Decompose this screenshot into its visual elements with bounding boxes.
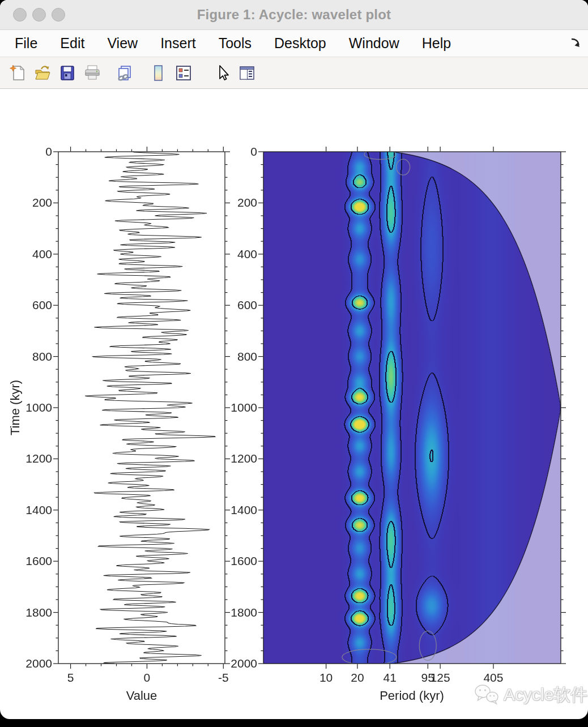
new-document-icon bbox=[8, 64, 27, 82]
link-plot-button[interactable] bbox=[112, 60, 137, 86]
print-figure-button[interactable] bbox=[80, 60, 105, 86]
open-folder-icon bbox=[33, 64, 52, 82]
figure-window: Figure 1: Acycle: wavelet plot FileEditV… bbox=[0, 0, 588, 719]
traffic-lights bbox=[13, 8, 65, 22]
right-plot-ytick-2000: 2000 bbox=[216, 656, 257, 671]
insert-colorbar-button[interactable] bbox=[146, 60, 171, 86]
left-plot-ytick-1600: 1600 bbox=[11, 554, 52, 568]
right-plot-ytick-1800: 1800 bbox=[216, 605, 257, 620]
right-plot-ytick-200: 200 bbox=[216, 195, 257, 210]
left-plot-ytick-200: 200 bbox=[11, 195, 52, 210]
dock-figure-icon[interactable] bbox=[570, 37, 581, 49]
left-plot-ytick-400: 400 bbox=[11, 247, 52, 262]
right-plot-ytick-1400: 1400 bbox=[216, 503, 257, 518]
title-bar[interactable]: Figure 1: Acycle: wavelet plot bbox=[0, 0, 588, 30]
right-plot-ytick-1600: 1600 bbox=[216, 554, 257, 568]
left-plot-xtick-0: 0 bbox=[124, 670, 169, 685]
left-plot-ytick-1400: 1400 bbox=[11, 503, 52, 518]
right-plot-xtick-10: 10 bbox=[304, 670, 349, 685]
right-plot-ytick-600: 600 bbox=[216, 298, 257, 313]
watermark: Acycle软件 bbox=[474, 683, 587, 707]
save-figure-button[interactable] bbox=[55, 60, 80, 86]
menu-edit[interactable]: Edit bbox=[49, 30, 96, 57]
minimize-button[interactable] bbox=[32, 8, 46, 22]
wavelet-heatmap bbox=[263, 152, 561, 664]
left-plot-ytick-600: 600 bbox=[11, 298, 52, 313]
menu-file[interactable]: File bbox=[3, 30, 49, 57]
open-file-button[interactable] bbox=[30, 60, 55, 86]
right-plot-xtick-125: 125 bbox=[417, 670, 463, 685]
menu-window[interactable]: Window bbox=[338, 30, 411, 57]
left-plot-ytick-1000: 1000 bbox=[11, 400, 52, 415]
zoom-button[interactable] bbox=[52, 8, 65, 22]
menu-view[interactable]: View bbox=[96, 30, 149, 57]
link-icon bbox=[116, 64, 134, 82]
menu-desktop[interactable]: Desktop bbox=[263, 30, 338, 57]
menu-tools[interactable]: Tools bbox=[207, 30, 263, 57]
toolbar bbox=[0, 57, 588, 89]
right-plot-ytick-1000: 1000 bbox=[216, 400, 257, 415]
edit-plot-button[interactable] bbox=[210, 60, 235, 86]
window-title: Figure 1: Acycle: wavelet plot bbox=[197, 7, 391, 23]
left-plot-xtick--5: -5 bbox=[201, 670, 246, 685]
left-plot-ytick-1800: 1800 bbox=[11, 605, 52, 620]
plot-browser-icon bbox=[238, 64, 256, 82]
new-figure-button[interactable] bbox=[5, 60, 30, 86]
right-plot-xtick-41: 41 bbox=[367, 670, 412, 685]
printer-icon bbox=[83, 64, 101, 82]
insert-legend-button[interactable] bbox=[171, 60, 196, 86]
time-series-line bbox=[85, 152, 215, 664]
plot-browser-button[interactable] bbox=[235, 60, 259, 86]
watermark-text: Acycle软件 bbox=[504, 683, 587, 707]
right-plot-xtick-95: 95 bbox=[405, 670, 450, 685]
menu-insert[interactable]: Insert bbox=[149, 30, 207, 57]
x-axis-label-period: Period (kyr) bbox=[378, 688, 446, 703]
right-plot-ytick-800: 800 bbox=[216, 349, 257, 364]
wechat-icon bbox=[474, 683, 500, 707]
left-plot-xtick-5: 5 bbox=[48, 670, 93, 685]
left-plot-ytick-800: 800 bbox=[11, 349, 52, 364]
legend-icon bbox=[174, 64, 193, 82]
save-floppy-icon bbox=[58, 64, 76, 82]
x-axis-label-value: Value bbox=[108, 688, 176, 703]
menu-bar: FileEditViewInsertToolsDesktopWindowHelp bbox=[0, 30, 588, 57]
right-plot-ytick-400: 400 bbox=[216, 247, 257, 262]
right-plot-ytick-0: 0 bbox=[216, 144, 257, 159]
close-button[interactable] bbox=[13, 8, 27, 22]
colorbar-icon bbox=[150, 64, 168, 82]
pointer-icon bbox=[213, 64, 231, 82]
y-axis-label-time: Time (kyr) bbox=[8, 380, 23, 435]
left-plot-ytick-1200: 1200 bbox=[11, 451, 52, 466]
left-plot-ytick-0: 0 bbox=[11, 144, 52, 159]
right-plot-ytick-1200: 1200 bbox=[216, 451, 257, 466]
left-plot-ytick-2000: 2000 bbox=[11, 656, 52, 671]
right-plot-xtick-20: 20 bbox=[335, 670, 380, 685]
menu-help[interactable]: Help bbox=[411, 30, 462, 57]
